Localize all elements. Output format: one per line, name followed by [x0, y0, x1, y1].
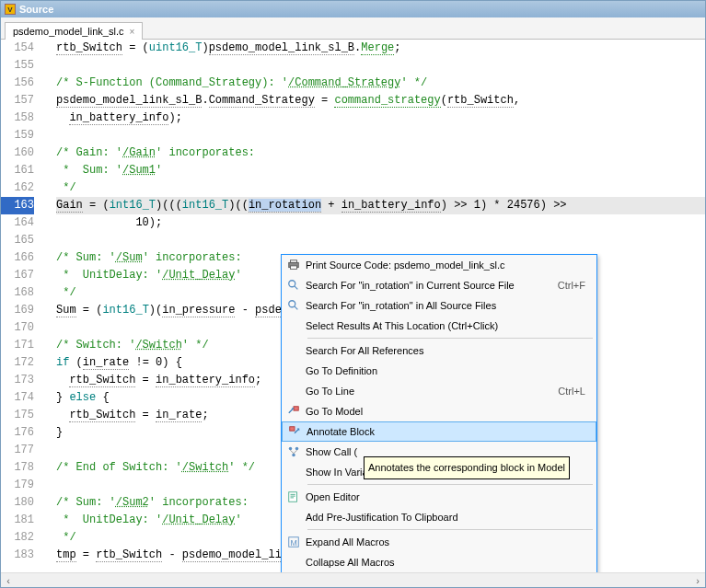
annotate-icon — [288, 425, 301, 438]
code-line[interactable] — [56, 127, 705, 144]
svg-rect-14 — [289, 492, 297, 502]
menu-label: Select Results At This Location (Ctrl+Cl… — [306, 317, 589, 335]
menu-goto-def[interactable]: Go To Definition — [282, 361, 596, 381]
menu-search-current[interactable]: Search For "in_rotation" in Current Sour… — [282, 275, 596, 295]
app-icon: V — [5, 4, 16, 15]
menu-expand-macros[interactable]: M Expand All Macros — [282, 532, 596, 552]
svg-text:M: M — [291, 538, 297, 548]
code-line[interactable]: in_battery_info); — [56, 110, 705, 127]
menu-separator — [307, 338, 593, 339]
menu-label: Annotate Block — [307, 423, 588, 441]
context-menu: Print Source Code: psdemo_model_link_sl.… — [281, 254, 597, 572]
menu-label: Add Pre-Justification To Clipboard — [306, 509, 589, 526]
svg-point-11 — [289, 447, 293, 451]
svg-line-4 — [295, 286, 298, 290]
window-title: Source — [19, 4, 53, 15]
menu-label: Open Editor — [306, 489, 589, 506]
menu-search-refs[interactable]: Search For All References — [282, 340, 596, 361]
menu-label: Go To Model — [306, 403, 589, 421]
menu-label: Go To Definition — [306, 363, 589, 380]
code-line[interactable]: 10); — [56, 214, 705, 232]
svg-point-3 — [289, 281, 295, 287]
goto-model-icon — [287, 405, 300, 418]
code-line[interactable]: rtb_Switch = (uint16_T)psdemo_model_link… — [56, 40, 705, 57]
code-line[interactable]: /* Gain: '/Gain' incorporates: — [56, 144, 705, 162]
scroll-right-icon[interactable]: › — [690, 573, 705, 588]
menu-separator — [307, 529, 593, 530]
menu-label: Search For All References — [306, 342, 589, 360]
menu-goto-model[interactable]: Go To Model — [282, 401, 596, 421]
svg-rect-2 — [291, 266, 297, 270]
tab-label: psdemo_model_link_sl.c — [13, 26, 123, 37]
menu-label: Search For "in_rotation" in Current Sour… — [306, 277, 558, 294]
menu-shortcut: Ctrl+F — [558, 277, 589, 294]
magnifier-icon — [287, 299, 300, 312]
menu-label: Collapse All Macros — [306, 554, 589, 571]
tooltip: Annotates the corresponding block in Mod… — [364, 456, 570, 479]
svg-point-13 — [292, 454, 295, 457]
call-icon — [287, 445, 300, 458]
code-line[interactable]: psdemo_model_link_sl_B.Command_Strategy … — [56, 92, 705, 110]
horizontal-scrollbar[interactable]: ‹ › — [1, 572, 705, 587]
code-editor[interactable]: 1541551561571581591601611621631641651661… — [1, 40, 705, 572]
menu-print[interactable]: Print Source Code: psdemo_model_link_sl.… — [282, 255, 596, 275]
menu-open-editor[interactable]: Open Editor — [282, 487, 596, 507]
code-line[interactable] — [56, 232, 705, 249]
svg-point-12 — [295, 447, 299, 451]
menu-annotate-block[interactable]: Annotate Block — [282, 421, 596, 442]
svg-rect-9 — [290, 427, 295, 431]
source-window: V Source psdemo_model_link_sl.c × 154155… — [0, 0, 706, 588]
menu-label: Print Source Code: psdemo_model_link_sl.… — [306, 257, 589, 274]
editor-icon — [287, 490, 300, 503]
menu-select-results[interactable]: Select Results At This Location (Ctrl+Cl… — [282, 316, 596, 336]
menu-label: Search For "in_rotation" in All Source F… — [306, 297, 589, 315]
magnifier-icon — [287, 279, 300, 292]
macro-icon: M — [287, 536, 300, 548]
scroll-left-icon[interactable]: ‹ — [1, 573, 16, 588]
menu-shortcut: Ctrl+L — [558, 383, 589, 400]
tab-bar: psdemo_model_link_sl.c × — [1, 17, 705, 40]
code-line[interactable]: * Sum: '/Sum1' — [56, 162, 705, 179]
svg-line-6 — [295, 306, 298, 310]
menu-add-prejust[interactable]: Add Pre-Justification To Clipboard — [282, 507, 596, 527]
line-gutter: 1541551561571581591601611621631641651661… — [1, 40, 41, 572]
menu-separator — [307, 484, 593, 485]
code-line[interactable]: Gain = (int16_T)(((int16_T)((in_rotation… — [56, 197, 705, 214]
menu-search-all[interactable]: Search For "in_rotation" in All Source F… — [282, 295, 596, 316]
code-line[interactable] — [56, 57, 705, 75]
menu-collapse-macros[interactable]: Collapse All Macros — [282, 552, 596, 572]
menu-label: Go To Line — [306, 383, 558, 400]
svg-rect-7 — [294, 407, 298, 410]
menu-label: Expand All Macros — [306, 534, 589, 551]
svg-point-5 — [289, 301, 295, 307]
printer-icon — [287, 259, 300, 271]
close-icon[interactable]: × — [129, 27, 134, 37]
code-line[interactable]: /* S-Function (Command_Strategy): '/Comm… — [56, 75, 705, 92]
menu-goto-line[interactable]: Go To Line Ctrl+L — [282, 381, 596, 401]
code-line[interactable]: */ — [56, 179, 705, 197]
tab-source-file[interactable]: psdemo_model_link_sl.c × — [5, 22, 143, 40]
titlebar: V Source — [1, 1, 705, 17]
